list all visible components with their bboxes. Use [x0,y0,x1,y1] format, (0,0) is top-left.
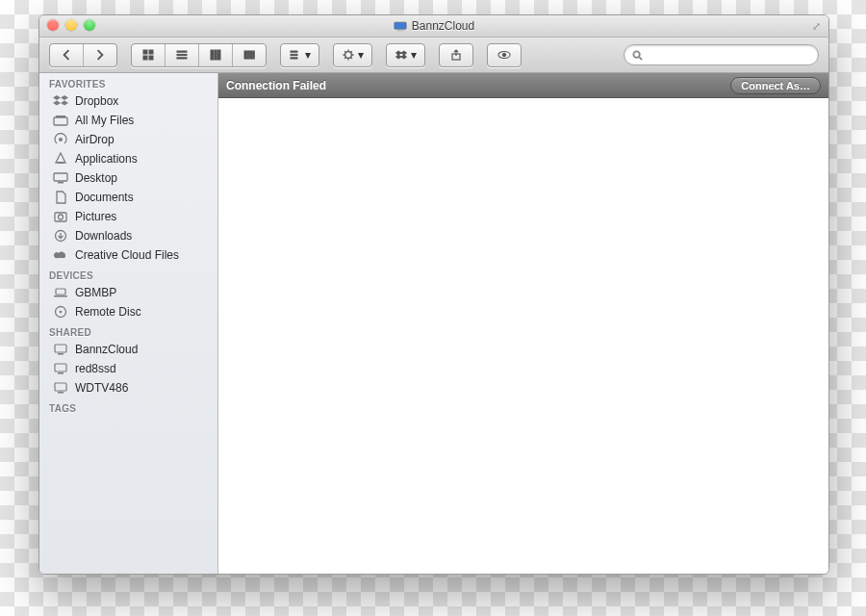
sidebar-item-all-my-files[interactable]: All My Files [39,111,217,130]
chevron-down-icon: ▾ [305,48,311,62]
dropbox-menu[interactable]: ▾ [386,43,425,67]
sidebar-item-label: Desktop [75,171,117,185]
computer-icon [394,21,407,32]
sidebar-item-gbmbp[interactable]: GBMBP [39,283,217,302]
creative-cloud-icon [53,248,68,262]
documents-icon [53,191,68,204]
svg-rect-50 [58,372,64,374]
laptop-icon [53,286,68,299]
window-title-text: BannzCloud [412,19,474,33]
window-body: FAVORITES Dropbox All My Files AirDrop A… [39,73,828,574]
column-view-button[interactable] [199,44,233,66]
sidebar-item-label: All My Files [75,114,134,127]
sidebar-item-label: Dropbox [75,94,118,108]
svg-rect-52 [58,392,64,394]
svg-rect-3 [149,50,153,54]
svg-line-25 [344,51,345,52]
svg-rect-13 [246,51,248,59]
sidebar-item-label: Documents [75,191,134,204]
svg-line-33 [639,57,642,60]
view-mode-buttons [131,43,267,67]
section-header-devices[interactable]: DEVICES [39,265,217,283]
svg-rect-39 [58,182,64,184]
content-area: Connection Failed Connect As… [218,73,828,574]
svg-rect-49 [55,364,66,372]
section-header-shared[interactable]: SHARED [39,321,217,340]
svg-rect-47 [55,345,66,352]
sidebar-item-creative-cloud[interactable]: Creative Cloud Files [39,245,217,265]
chevron-down-icon: ▾ [358,48,364,62]
sidebar-item-label: WDTV486 [75,381,128,395]
svg-point-20 [345,52,352,59]
sidebar-item-documents[interactable]: Documents [39,188,217,207]
pictures-icon [53,210,68,223]
svg-rect-8 [177,58,187,59]
sidebar-item-bannzcloud[interactable]: BannzCloud [39,340,217,359]
disc-icon [53,305,68,319]
close-button[interactable] [47,19,59,31]
sidebar-item-label: GBMBP [75,286,116,299]
zoom-button[interactable] [84,19,95,31]
empty-content [218,98,828,574]
svg-rect-44 [54,295,67,297]
sidebar-item-desktop[interactable]: Desktop [39,168,217,188]
svg-rect-43 [56,289,65,295]
svg-point-36 [59,138,63,141]
tags-button[interactable] [487,43,522,67]
svg-rect-2 [143,50,147,54]
svg-rect-17 [291,51,297,52]
section-header-favorites[interactable]: FAVORITES [39,73,217,91]
server-icon [53,381,68,395]
back-button[interactable] [50,44,84,66]
sidebar-item-downloads[interactable]: Downloads [39,226,217,245]
svg-rect-6 [177,51,187,52]
icon-view-button[interactable] [132,44,166,66]
svg-line-28 [351,51,352,52]
section-header-tags[interactable]: TAGS [39,398,217,416]
titlebar: BannzCloud ⤢ [39,15,828,38]
list-view-button[interactable] [166,44,199,66]
action-menu[interactable]: ▾ [333,43,372,67]
svg-rect-34 [54,117,67,125]
svg-rect-16 [253,51,255,59]
svg-rect-10 [215,50,217,60]
sidebar-item-label: AirDrop [75,133,115,146]
arrange-menu[interactable]: ▾ [280,43,319,67]
sidebar-item-wdtv486[interactable]: WDTV486 [39,378,217,398]
sidebar-item-applications[interactable]: Applications [39,149,217,168]
sidebar-item-pictures[interactable]: Pictures [39,207,217,226]
airdrop-icon [53,133,68,146]
server-icon [53,343,68,356]
sidebar-item-airdrop[interactable]: AirDrop [39,130,217,149]
svg-rect-9 [211,50,214,60]
connect-as-button[interactable]: Connect As… [730,77,821,94]
share-button[interactable] [439,43,473,67]
sidebar-item-remote-disc[interactable]: Remote Disc [39,302,217,321]
coverflow-view-button[interactable] [233,44,266,66]
sidebar-item-red8ssd[interactable]: red8ssd [39,359,217,378]
svg-rect-14 [248,51,250,59]
all-files-icon [53,114,68,127]
fullscreen-icon[interactable]: ⤢ [812,20,821,33]
toolbar: ▾ ▾ ▾ [39,38,828,73]
search-field[interactable] [624,44,819,65]
search-input[interactable] [648,48,810,62]
applications-icon [53,152,68,166]
svg-rect-1 [396,30,403,31]
svg-rect-15 [251,51,253,59]
svg-rect-19 [291,58,297,59]
svg-line-27 [344,58,345,59]
svg-point-46 [60,311,63,314]
svg-rect-7 [177,54,187,55]
svg-point-41 [59,215,64,219]
nav-buttons [49,43,117,67]
sidebar-item-label: Creative Cloud Files [75,248,179,262]
svg-rect-11 [218,50,221,60]
svg-point-31 [502,53,506,57]
sidebar-item-label: Remote Disc [75,305,141,319]
minimize-button[interactable] [65,19,77,31]
forward-button[interactable] [84,44,116,66]
sidebar-item-label: Downloads [75,229,132,243]
sidebar-item-dropbox[interactable]: Dropbox [39,91,217,111]
server-icon [53,362,68,375]
